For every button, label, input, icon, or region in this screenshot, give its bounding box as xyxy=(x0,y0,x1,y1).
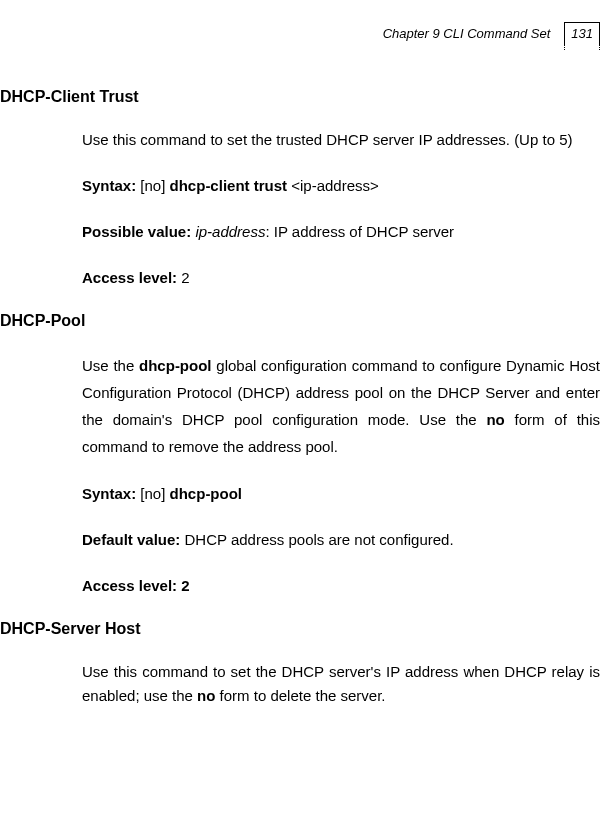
access-level-label: Access level: 2 xyxy=(82,577,190,594)
possible-value-dhcp-client-trust: Possible value: ip-address: IP address o… xyxy=(82,220,600,244)
desc-bold1: dhcp-pool xyxy=(139,357,211,374)
syntax-prefix: [no] xyxy=(136,485,169,502)
desc-pre: Use the xyxy=(82,357,139,374)
section-heading-dhcp-server-host: DHCP-Server Host xyxy=(0,620,600,638)
default-value-text: DHCP address pools are not configured. xyxy=(180,531,453,548)
default-value-label: Default value: xyxy=(82,531,180,548)
syntax-label: Syntax: xyxy=(82,177,136,194)
default-value-dhcp-pool: Default value: DHCP address pools are no… xyxy=(82,528,600,552)
desc-bold2: no xyxy=(486,411,504,428)
page-content: DHCP-Client Trust Use this command to se… xyxy=(0,80,610,730)
syntax-command: dhcp-pool xyxy=(170,485,242,502)
possible-value-label: Possible value: xyxy=(82,223,191,240)
desc-bold: no xyxy=(197,687,215,704)
access-level-label: Access level: xyxy=(82,269,177,286)
page-number: 131 xyxy=(564,22,600,44)
possible-value-text: : IP address of DHCP server xyxy=(265,223,454,240)
access-level-value: 2 xyxy=(177,269,190,286)
access-level-dhcp-pool: Access level: 2 xyxy=(82,574,600,598)
section-heading-dhcp-client-trust: DHCP-Client Trust xyxy=(0,88,600,106)
possible-value-italic: ip-address xyxy=(191,223,265,240)
page-header: Chapter 9 CLI Command Set 131 xyxy=(383,22,600,44)
syntax-command: dhcp-client trust xyxy=(170,177,288,194)
description-dhcp-client-trust: Use this command to set the trusted DHCP… xyxy=(82,128,600,152)
syntax-dhcp-pool: Syntax: [no] dhcp-pool xyxy=(82,482,600,506)
description-dhcp-pool: Use the dhcp-pool global configuration c… xyxy=(82,352,600,460)
syntax-dhcp-client-trust: Syntax: [no] dhcp-client trust <ip-addre… xyxy=(82,174,600,198)
section-heading-dhcp-pool: DHCP-Pool xyxy=(0,312,600,330)
chapter-title: Chapter 9 CLI Command Set xyxy=(383,26,551,41)
access-level-dhcp-client-trust: Access level: 2 xyxy=(82,266,600,290)
description-text: Use this command to set the trusted DHCP… xyxy=(82,131,572,148)
description-dhcp-server-host: Use this command to set the DHCP server'… xyxy=(82,660,600,708)
syntax-suffix: <ip-address> xyxy=(287,177,379,194)
syntax-prefix: [no] xyxy=(136,177,169,194)
syntax-label: Syntax: xyxy=(82,485,136,502)
desc-post: form to delete the server. xyxy=(215,687,385,704)
